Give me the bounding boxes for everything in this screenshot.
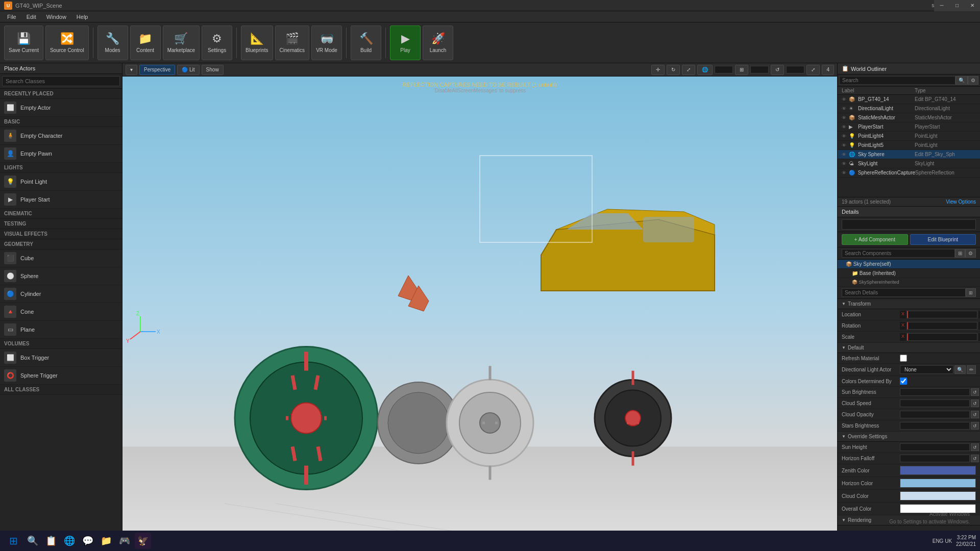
outliner-item-sky-sphere[interactable]: 👁 🌐 Sky Sphere Edit BP_Sky_Sph	[838, 150, 980, 159]
source-control-button[interactable]: 🔀 Source Control	[45, 26, 89, 60]
rotation-snap-button[interactable]: ↺	[771, 65, 784, 75]
category-cinematic[interactable]: Cinematic	[0, 209, 122, 219]
sun-height-reset[interactable]: ↺	[971, 443, 979, 451]
outliner-item-sphere-reflection[interactable]: 👁 🔵 SphereReflectionCapture SphereReflec…	[838, 168, 980, 178]
outliner-item-static-mesh[interactable]: 👁 📦 StaticMeshActor StaticMeshActor	[838, 113, 980, 122]
outliner-item-directional-light[interactable]: 👁 ☀ DirectionalLight DirectionalLight	[838, 104, 980, 113]
category-recently-placed[interactable]: Recently Placed	[0, 89, 122, 99]
blueprints-button[interactable]: 📐 Blueprints	[241, 26, 273, 60]
category-basic[interactable]: Basic	[0, 117, 122, 127]
scale-snap-button[interactable]: ⤢	[806, 65, 820, 75]
show-button[interactable]: Show	[202, 65, 224, 75]
zenith-color-swatch[interactable]	[900, 466, 976, 475]
lit-button[interactable]: 🔵 Lit	[177, 65, 199, 75]
minimize-button[interactable]: ─	[934, 0, 949, 11]
actor-sphere[interactable]: ⚪ Sphere	[0, 267, 122, 285]
refresh-material-checkbox[interactable]	[900, 355, 907, 362]
horizon-color-swatch[interactable]	[900, 479, 976, 488]
cinematics-button[interactable]: 🎬 Cinematics	[275, 26, 309, 60]
edit-blueprint-button[interactable]: Edit Blueprint	[910, 234, 976, 245]
vr-mode-button[interactable]: 🥽 VR Mode	[311, 26, 342, 60]
component-sky-sphere[interactable]: 📦 Sky Sphere(self)	[838, 260, 980, 269]
sun-height-input[interactable]: 0.700426	[900, 443, 970, 451]
cloud-speed-input[interactable]: 2.0	[900, 399, 970, 407]
camera-speed-button[interactable]: 4	[822, 65, 834, 75]
grid-snap-button[interactable]: ⊞	[735, 65, 748, 75]
overall-color-swatch[interactable]	[900, 504, 976, 513]
search-classes-input[interactable]	[2, 76, 120, 86]
cloud-opacity-input[interactable]: 0.0	[900, 411, 970, 418]
actor-point-light[interactable]: 💡 Point Light	[0, 173, 122, 191]
translate-button[interactable]: ✛	[651, 65, 665, 75]
transform-section-header[interactable]: ▼ Transform	[838, 299, 980, 309]
actor-plane[interactable]: ▭ Plane	[0, 321, 122, 339]
directional-light-actor-dropdown[interactable]: None	[900, 365, 953, 374]
outliner-item-bp-gt40[interactable]: 👁 📦 BP_GT40_14 Edit BP_GT40_14	[838, 95, 980, 104]
viewport[interactable]: X Z Y REFLECTION CAPTURES NEED TO BE REB…	[122, 77, 837, 551]
cloud-opacity-reset[interactable]: ↺	[971, 411, 979, 418]
scale-button[interactable]: ⤢	[682, 65, 695, 75]
viewport-dropdown-button[interactable]: ▾	[126, 65, 137, 75]
directional-light-actor-edit[interactable]: ✏	[967, 365, 976, 374]
taskbar-explorer[interactable]: 📁	[98, 533, 114, 549]
actor-empty-pawn[interactable]: 👤 Empty Pawn	[0, 145, 122, 163]
rendering-section-header[interactable]: ▼ Rendering	[838, 515, 980, 525]
actor-empty-character[interactable]: 🧍 Empty Character	[0, 127, 122, 145]
rotate-button[interactable]: ↻	[667, 65, 680, 75]
content-button[interactable]: 📁 Content	[130, 26, 161, 60]
category-visual-effects[interactable]: Visual Effects	[0, 229, 122, 239]
actor-player-start[interactable]: ▶ Player Start	[0, 191, 122, 209]
scale-x[interactable]: 1.0	[907, 333, 977, 341]
menu-help[interactable]: Help	[71, 13, 93, 21]
taskbar-unreal[interactable]: 🦅	[135, 533, 151, 549]
play-button[interactable]: ▶ Play	[390, 26, 421, 60]
details-filter-button[interactable]: ⊞	[966, 288, 976, 297]
maximize-button[interactable]: □	[949, 0, 965, 11]
category-testing[interactable]: Testing	[0, 219, 122, 229]
launch-button[interactable]: 🚀 Launch	[423, 26, 453, 60]
marketplace-button[interactable]: 🛒 Marketplace	[163, 26, 200, 60]
component-settings-button[interactable]: ⚙	[965, 249, 976, 258]
save-current-button[interactable]: 💾 Save Current	[4, 26, 43, 60]
search-details-input[interactable]	[842, 288, 966, 297]
taskbar-task-view[interactable]: 📋	[43, 533, 59, 549]
outliner-item-pointlight4[interactable]: 👁 💡 PointLight4 PointLight	[838, 132, 980, 141]
build-button[interactable]: 🔨 Build	[351, 26, 381, 60]
outliner-item-player-start[interactable]: 👁 ▶ PlayerStart PlayerStart	[838, 122, 980, 132]
settings-button[interactable]: ⚙ Settings	[202, 26, 232, 60]
sun-brightness-input[interactable]: 75.0	[900, 388, 970, 396]
rotation-x[interactable]: 0.0°	[907, 322, 977, 330]
search-components-input[interactable]	[842, 249, 955, 258]
component-base-inherited[interactable]: 📁 Base (Inherited)	[838, 269, 980, 278]
scale-snap-input[interactable]: 0.25	[786, 66, 804, 73]
default-section-header[interactable]: ▼ Default	[838, 343, 980, 353]
cloud-color-swatch[interactable]	[900, 491, 976, 500]
world-local-button[interactable]: 🌐	[697, 65, 713, 75]
modes-button[interactable]: 🔧 Modes	[97, 26, 128, 60]
add-component-button[interactable]: + Add Component	[842, 234, 908, 245]
horizon-falloff-input[interactable]: 3.0	[900, 455, 970, 462]
cloud-speed-reset[interactable]: ↺	[971, 399, 979, 407]
component-skysphere-inherited[interactable]: 📦 SkySphereInherited	[838, 278, 980, 287]
component-layout-button[interactable]: ⊞	[955, 249, 965, 258]
grid-snap-input[interactable]: 10	[715, 66, 733, 73]
menu-file[interactable]: File	[2, 13, 21, 21]
perspective-button[interactable]: Perspective	[139, 65, 175, 75]
override-settings-header[interactable]: ▼ Override Settings	[838, 432, 980, 442]
stars-brightness-input[interactable]: 0.1	[900, 422, 970, 430]
colors-determined-checkbox[interactable]	[900, 378, 907, 385]
stars-brightness-reset[interactable]: ↺	[971, 422, 979, 430]
taskbar-game[interactable]: 🎮	[116, 533, 133, 549]
close-button[interactable]: ✕	[965, 0, 980, 11]
actor-cylinder[interactable]: 🔵 Cylinder	[0, 285, 122, 303]
location-x[interactable]: 0.0	[907, 311, 977, 318]
taskbar-edge[interactable]: 🌐	[61, 533, 78, 549]
menu-edit[interactable]: Edit	[21, 13, 41, 21]
actor-sphere-trigger[interactable]: ⭕ Sphere Trigger	[0, 367, 122, 385]
rotation-snap-input[interactable]: 10	[750, 66, 769, 73]
actor-empty-actor[interactable]: ⬜ Empty Actor	[0, 99, 122, 117]
actor-cone[interactable]: 🔺 Cone	[0, 303, 122, 321]
details-name-input[interactable]: Sky Sphere	[842, 219, 976, 230]
sun-brightness-reset[interactable]: ↺	[971, 388, 979, 396]
view-options-link[interactable]: View Options	[946, 199, 976, 205]
